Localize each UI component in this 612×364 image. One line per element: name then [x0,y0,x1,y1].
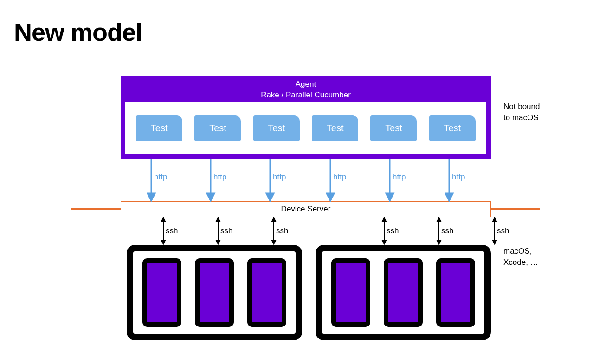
diagram-container: Agent Rake / Parallel Cucumber Test Test… [0,0,612,364]
test-box: Test [370,115,417,141]
http-label: http [273,172,286,182]
http-label: http [154,172,167,182]
device-icon [142,258,181,327]
device-icon [195,258,234,327]
test-box: Test [136,115,182,141]
agent-subtitle: Rake / Parallel Cucumber [121,90,490,101]
device-farm-left [127,245,302,340]
http-label: http [333,172,346,182]
ssh-label: ssh [220,226,232,236]
http-label: http [213,172,226,182]
device-server-box: Device Server [121,201,491,217]
connector-line-left [71,208,121,210]
ssh-label: ssh [166,226,178,236]
http-label: http [452,172,465,182]
ssh-label: ssh [441,226,453,236]
test-box: Test [253,115,300,141]
ssh-label: ssh [497,226,509,236]
device-icon [384,258,423,327]
note-line: macOS, [503,246,538,257]
device-icon [436,258,475,327]
ssh-label: ssh [387,226,399,236]
device-icon [331,258,370,327]
device-farm-right [316,245,491,340]
note-not-bound: Not bound to macOS [503,101,540,123]
device-icon [247,258,286,327]
test-box: Test [194,115,241,141]
note-macos: macOS, Xcode, … [503,246,538,268]
agent-header: Agent Rake / Parallel Cucumber [121,77,490,101]
http-label: http [393,172,406,182]
ssh-label: ssh [276,226,288,236]
test-box: Test [429,115,476,141]
note-line: to macOS [503,112,540,123]
agent-inner: Test Test Test Test Test Test [125,102,486,154]
test-box: Test [312,115,358,141]
agent-box: Agent Rake / Parallel Cucumber Test Test… [121,76,491,159]
arrows-overlay [0,0,612,364]
note-line: Xcode, … [503,257,538,268]
note-line: Not bound [503,101,540,112]
connector-line-right [491,208,540,210]
agent-title: Agent [121,79,490,90]
